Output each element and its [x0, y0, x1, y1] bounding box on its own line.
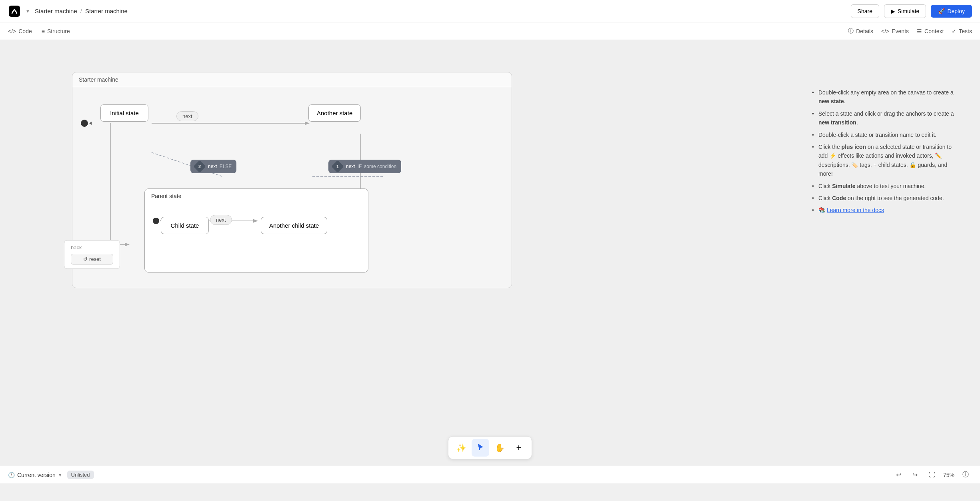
child-state-node[interactable]: Child state	[161, 217, 209, 234]
hand-button[interactable]: ✋	[491, 439, 508, 457]
hint-panel: Double-click any empty area on the canva…	[812, 88, 956, 218]
hint-item-link: 📚 Learn more in the docs	[812, 206, 956, 214]
nav-context-label: Context	[924, 28, 944, 34]
tests-icon: ✓	[952, 28, 956, 34]
events-icon: </>	[881, 28, 889, 34]
back-box: back ↺ reset	[64, 240, 120, 269]
nav-structure-label: Structure	[47, 28, 70, 34]
share-button[interactable]: Share	[851, 4, 879, 18]
nav-events-label: Events	[892, 28, 909, 34]
secondnav: </> Code ≡ Structure ⓘ Details </> Event…	[0, 22, 980, 40]
undo-icon: ↩	[896, 471, 901, 479]
hint-list: Double-click any empty area on the canva…	[812, 88, 956, 215]
code-icon: </>	[8, 28, 16, 34]
breadcrumb-separator: /	[80, 8, 82, 14]
simulate-play-icon: ▶	[891, 8, 895, 14]
parent-state-container[interactable]: Parent state Child state ne	[144, 188, 368, 273]
sparkle-button[interactable]: ✨	[452, 439, 470, 457]
hint-item-1: Double-click any empty area on the canva…	[812, 88, 956, 106]
hint-item-6: Click Code on the right to see the gener…	[812, 194, 956, 202]
nav-tests-label: Tests	[959, 28, 972, 34]
select-icon	[476, 443, 484, 453]
docs-link[interactable]: Learn more in the docs	[827, 207, 884, 213]
machine-container: Starter machine Ini	[72, 72, 512, 288]
topbar-left: ▼ Starter machine / Starter machine	[8, 5, 128, 18]
nav-details-label: Details	[856, 28, 873, 34]
select-button[interactable]	[472, 439, 489, 457]
guard-left-node[interactable]: 2 next ELSE	[190, 160, 236, 173]
details-icon: ⓘ	[848, 28, 854, 35]
zoom-level: 75%	[943, 472, 954, 478]
deploy-button[interactable]: 🚀 Deploy	[931, 5, 972, 18]
breadcrumb: Starter machine / Starter machine	[35, 8, 128, 14]
current-version-button[interactable]: 🕐 Current version ▼	[8, 472, 62, 478]
topbar-right: Share ▶ Simulate 🚀 Deploy	[851, 4, 972, 18]
help-icon: ⓘ	[962, 471, 969, 479]
nav-code-label: Code	[18, 28, 32, 34]
context-icon: ☰	[917, 28, 922, 34]
nav-structure[interactable]: ≡ Structure	[42, 26, 70, 36]
guard-right-diamond: 1	[331, 160, 344, 172]
bottombar-left: 🕐 Current version ▼ Unlisted	[8, 471, 94, 479]
breadcrumb-part1: Starter machine	[35, 8, 77, 14]
plus-button[interactable]: +	[510, 439, 528, 457]
parent-state-title: Parent state	[145, 189, 368, 203]
guard-left-diamond: 2	[193, 160, 206, 172]
canvas[interactable]: Starter machine Ini	[0, 40, 980, 483]
svg-marker-2	[89, 122, 92, 125]
sparkle-icon: ✨	[456, 443, 466, 453]
help-button[interactable]: ⓘ	[959, 469, 972, 481]
redo-icon: ↪	[912, 471, 918, 479]
unlisted-badge: Unlisted	[67, 471, 94, 479]
logo-icon[interactable]	[8, 5, 21, 18]
secondnav-left: </> Code ≡ Structure	[8, 26, 70, 36]
hint-item-5: Click Simulate above to test your machin…	[812, 182, 956, 190]
simulate-button[interactable]: ▶ Simulate	[884, 4, 926, 18]
hint-item-2: Select a state and click or drag the anc…	[812, 109, 956, 127]
clock-icon: 🕐	[8, 472, 15, 478]
deploy-icon: 🚀	[938, 8, 945, 14]
machine-title: Starter machine	[72, 72, 512, 87]
redo-button[interactable]: ↪	[909, 469, 921, 480]
bottombar: 🕐 Current version ▼ Unlisted ↩ ↪ ⛶ 75% ⓘ	[0, 466, 980, 483]
reset-button[interactable]: ↺ reset	[71, 254, 113, 265]
dropdown-arrow[interactable]: ▼	[26, 9, 30, 14]
reset-icon: ↺	[83, 256, 88, 262]
initial-state-node[interactable]: Initial state	[100, 104, 148, 122]
hint-item-3: Double-click a state or transition name …	[812, 130, 956, 139]
svg-point-10	[153, 218, 159, 224]
current-version-label: Current version	[17, 472, 56, 478]
guard-right-node[interactable]: 1 next IF some condition	[328, 160, 401, 173]
nav-events[interactable]: </> Events	[881, 26, 909, 36]
hint-item-4: Click the plus icon on a selected state …	[812, 142, 956, 178]
nav-tests[interactable]: ✓ Tests	[952, 26, 972, 36]
back-label: back	[71, 244, 113, 250]
svg-point-1	[81, 120, 88, 127]
transition-next-child-label[interactable]: next	[210, 215, 232, 225]
hint-link-emoji: 📚	[818, 207, 825, 213]
another-child-state-node[interactable]: Another child state	[261, 217, 327, 234]
undo-button[interactable]: ↩	[893, 469, 904, 480]
svg-rect-0	[9, 6, 20, 17]
another-state-node[interactable]: Another state	[308, 104, 361, 122]
fullscreen-icon: ⛶	[929, 471, 935, 479]
bottombar-right: ↩ ↪ ⛶ 75% ⓘ	[893, 469, 972, 481]
hand-icon: ✋	[495, 443, 505, 453]
nav-details[interactable]: ⓘ Details	[848, 26, 873, 36]
topbar: ▼ Starter machine / Starter machine Shar…	[0, 0, 980, 22]
nav-code[interactable]: </> Code	[8, 26, 32, 36]
transition-next-label[interactable]: next	[176, 111, 198, 121]
breadcrumb-part2: Starter machine	[85, 8, 128, 14]
plus-icon: +	[516, 443, 522, 452]
structure-icon: ≡	[42, 28, 45, 34]
fullscreen-button[interactable]: ⛶	[926, 470, 938, 480]
canvas-toolbar: ✨ ✋ +	[448, 436, 532, 459]
secondnav-right: ⓘ Details </> Events ☰ Context ✓ Tests	[848, 26, 972, 36]
nav-context[interactable]: ☰ Context	[917, 26, 944, 36]
current-version-chevron: ▼	[58, 473, 62, 477]
